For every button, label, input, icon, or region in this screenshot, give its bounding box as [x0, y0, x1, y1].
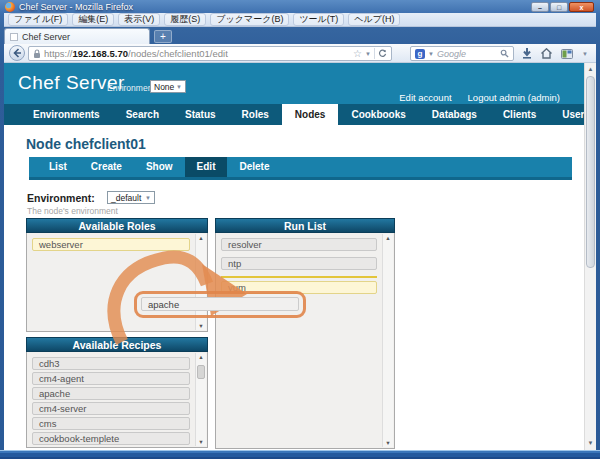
menu-help[interactable]: ヘルプ(H) — [348, 13, 400, 26]
toolbar-buttons: ▼ — [522, 45, 588, 62]
menu-file[interactable]: ファイル(F) — [8, 13, 68, 26]
nav-environments[interactable]: Environments — [20, 104, 113, 125]
list-item[interactable]: apache — [32, 387, 190, 400]
scroll-down-icon[interactable]: ▼ — [585, 438, 596, 449]
header-environment-label: Environment — [107, 83, 155, 93]
list-item[interactable]: cookbook-templete — [32, 432, 190, 445]
available-recipes-header: Available Recipes — [26, 337, 208, 352]
edit-account-link[interactable]: Edit account — [399, 92, 451, 103]
available-recipes-panel: Available Recipes cdh3 cm4-agent apache … — [26, 337, 208, 448]
list-item[interactable]: cm4-server — [32, 402, 190, 415]
list-item[interactable]: cdh3 — [32, 357, 190, 370]
environment-field-label: Environment: — [27, 192, 95, 204]
run-list-panel: Run List resolver ntp yum ▲ ▼ — [215, 218, 395, 449]
url-bar[interactable]: https://192.168.5.70/nodes/chefclient01/… — [28, 46, 392, 61]
downloads-icon[interactable] — [522, 48, 532, 59]
new-tab-button[interactable]: + — [154, 30, 172, 43]
nav-roles[interactable]: Roles — [229, 104, 282, 125]
node-subnav: List Create Show Edit Delete — [29, 157, 572, 180]
run-list-scrollbar[interactable]: ▲ ▼ — [382, 234, 393, 447]
window-controls: – □ x — [531, 2, 594, 12]
nav-clients[interactable]: Clients — [490, 104, 549, 125]
scroll-thumb[interactable] — [586, 76, 595, 268]
nav-nodes[interactable]: Nodes — [282, 104, 339, 125]
tab-chef-server[interactable]: Chef Server — [4, 28, 150, 44]
menu-history[interactable]: 履歴(S) — [164, 13, 206, 26]
url-host: 192.168.5.70 — [73, 48, 128, 59]
minimize-button[interactable]: – — [531, 2, 549, 12]
menu-view[interactable]: 表示(V) — [118, 13, 160, 26]
title-bar: Chef Server - Mozilla Firefox – □ x — [0, 0, 600, 14]
search-bar[interactable]: g ▼ Google — [410, 46, 514, 61]
nav-search[interactable]: Search — [113, 104, 172, 125]
bookmarks-panel-icon[interactable] — [561, 49, 573, 59]
environment-field-select[interactable]: _default ▼ — [107, 191, 155, 204]
url-path: /nodes/chefclient01/edit — [128, 48, 228, 59]
navigation-toolbar: https://192.168.5.70/nodes/chefclient01/… — [4, 44, 596, 63]
menu-tools[interactable]: ツール(T) — [293, 13, 344, 26]
close-button[interactable]: x — [569, 2, 594, 12]
scroll-down-icon[interactable]: ▼ — [383, 440, 393, 446]
chevron-down-icon: ▼ — [145, 195, 151, 201]
list-item[interactable]: webserver — [32, 238, 190, 251]
environment-help-text: The node's environment — [27, 206, 118, 216]
run-list-header: Run List — [215, 218, 395, 233]
url-divider — [374, 48, 375, 59]
menu-bar: ファイル(F) 編集(E) 表示(V) 履歴(S) ブックマーク(B) ツール(… — [4, 13, 596, 27]
header-environment-value: None — [154, 82, 174, 92]
drop-insert-indicator — [221, 276, 377, 278]
subnav-delete[interactable]: Delete — [227, 157, 281, 177]
scroll-up-icon[interactable]: ▲ — [383, 235, 393, 241]
url-text[interactable]: https://192.168.5.70/nodes/chefclient01/… — [44, 48, 350, 59]
available-roles-header: Available Roles — [26, 218, 208, 233]
scroll-up-icon[interactable]: ▲ — [585, 64, 596, 75]
nav-cookbooks[interactable]: Cookbooks — [338, 104, 418, 125]
url-dropdown-icon[interactable]: ▼ — [365, 51, 371, 57]
home-icon[interactable] — [541, 48, 552, 59]
search-magnifier-icon[interactable] — [500, 49, 509, 58]
list-item[interactable]: cm4-agent — [32, 372, 190, 385]
firefox-icon — [5, 2, 15, 12]
header-links: Edit account Logout admin (admin) — [399, 92, 560, 103]
header-environment-select[interactable]: None ▼ — [150, 80, 186, 93]
menu-edit[interactable]: 編集(E) — [72, 13, 114, 26]
available-recipes-list: cdh3 cm4-agent apache cm4-server cms coo… — [26, 352, 208, 448]
tab-title: Chef Server — [22, 32, 70, 42]
reload-icon[interactable] — [378, 49, 387, 58]
toolbar-overflow-icon[interactable]: ▼ — [582, 51, 588, 57]
nav-databags[interactable]: Databags — [419, 104, 490, 125]
tab-favicon-icon — [10, 33, 18, 41]
environment-field-value: _default — [111, 193, 141, 203]
scroll-up-icon[interactable]: ▲ — [196, 354, 206, 360]
list-item[interactable]: resolver — [221, 238, 377, 251]
browser-scrollbar[interactable]: ▲ ▼ — [584, 63, 596, 450]
search-engine-dropdown-icon[interactable]: ▼ — [428, 51, 434, 57]
dragged-item[interactable]: apache — [141, 297, 299, 311]
back-arrow-icon — [12, 48, 22, 58]
url-scheme: https:// — [44, 48, 73, 59]
google-icon: g — [415, 49, 425, 59]
recipes-scrollbar[interactable]: ▲ ▼ — [195, 353, 206, 446]
menu-bookmarks[interactable]: ブックマーク(B) — [210, 13, 289, 26]
scroll-down-icon[interactable]: ▼ — [196, 439, 206, 445]
search-placeholder[interactable]: Google — [437, 49, 497, 59]
scroll-down-icon[interactable]: ▼ — [196, 323, 206, 329]
run-list: resolver ntp yum ▲ ▼ — [215, 233, 395, 449]
list-item[interactable]: cms — [32, 417, 190, 430]
list-item[interactable]: ntp — [221, 257, 377, 270]
subnav-create[interactable]: Create — [79, 157, 134, 177]
tab-bar: Chef Server + — [4, 27, 596, 44]
logout-link[interactable]: Logout admin (admin) — [468, 92, 560, 103]
back-button[interactable] — [9, 45, 25, 61]
subnav-list[interactable]: List — [37, 157, 79, 177]
subnav-show[interactable]: Show — [134, 157, 185, 177]
subnav-edit[interactable]: Edit — [185, 157, 228, 177]
main-nav: Environments Search Status Roles Nodes C… — [4, 104, 584, 125]
page-title: Node chefclient01 — [26, 136, 146, 152]
nav-status[interactable]: Status — [172, 104, 229, 125]
bookmark-star-icon[interactable]: ☆ — [353, 47, 362, 60]
maximize-button[interactable]: □ — [550, 2, 568, 12]
scroll-thumb[interactable] — [197, 365, 205, 379]
scroll-up-icon[interactable]: ▲ — [196, 235, 206, 241]
chevron-down-icon: ▼ — [176, 84, 182, 90]
